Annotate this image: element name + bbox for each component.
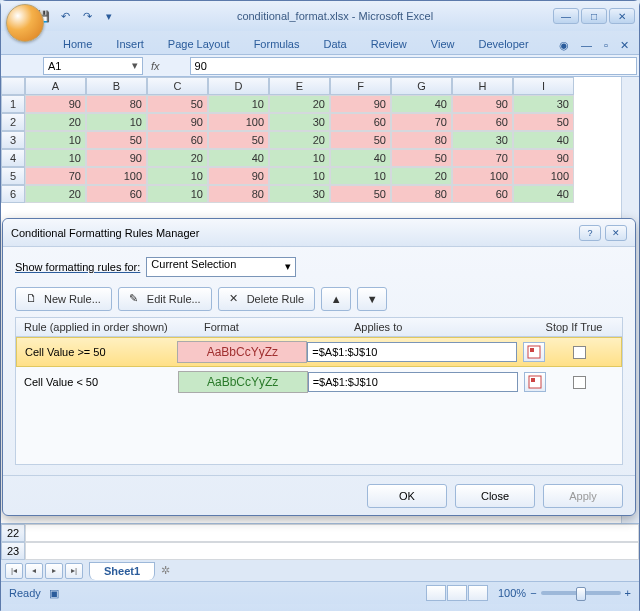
- cell[interactable]: 60: [147, 131, 208, 149]
- cell[interactable]: 20: [25, 113, 86, 131]
- cell[interactable]: 60: [452, 185, 513, 203]
- select-all-button[interactable]: [1, 77, 25, 95]
- tab-review[interactable]: Review: [359, 34, 419, 54]
- office-button[interactable]: [6, 4, 44, 42]
- stop-if-true-checkbox[interactable]: [573, 376, 586, 389]
- stop-if-true-checkbox[interactable]: [573, 346, 586, 359]
- cell[interactable]: 90: [147, 113, 208, 131]
- rule-row[interactable]: Cell Value >= 50 AaBbCcYyZz =$A$1:$J$10: [16, 337, 622, 367]
- sheet-tab[interactable]: Sheet1: [89, 562, 155, 580]
- cell[interactable]: 10: [25, 149, 86, 167]
- range-picker-button[interactable]: [523, 342, 545, 362]
- applies-to-input[interactable]: =$A$1:$J$10: [308, 372, 518, 392]
- row-header[interactable]: 23: [1, 542, 25, 560]
- cell[interactable]: 100: [452, 167, 513, 185]
- cell[interactable]: 50: [147, 95, 208, 113]
- cell[interactable]: 10: [269, 149, 330, 167]
- row-header[interactable]: 2: [1, 113, 25, 131]
- tab-formulas[interactable]: Formulas: [242, 34, 312, 54]
- tab-data[interactable]: Data: [311, 34, 358, 54]
- cell[interactable]: 50: [513, 113, 574, 131]
- cell[interactable]: 10: [25, 131, 86, 149]
- cell[interactable]: 10: [147, 167, 208, 185]
- zoom-in-button[interactable]: +: [625, 587, 631, 599]
- column-header[interactable]: E: [269, 77, 330, 95]
- row-header[interactable]: 4: [1, 149, 25, 167]
- cell[interactable]: 20: [25, 185, 86, 203]
- cell[interactable]: 80: [208, 185, 269, 203]
- range-picker-button[interactable]: [524, 372, 546, 392]
- tab-insert[interactable]: Insert: [104, 34, 156, 54]
- maximize-button[interactable]: □: [581, 8, 607, 24]
- close-button[interactable]: ✕: [609, 8, 635, 24]
- cell[interactable]: 70: [391, 113, 452, 131]
- formula-input[interactable]: 90: [190, 57, 637, 75]
- column-header[interactable]: A: [25, 77, 86, 95]
- last-sheet-button[interactable]: ▸|: [65, 563, 83, 579]
- dialog-close-button[interactable]: ✕: [605, 225, 627, 241]
- first-sheet-button[interactable]: |◂: [5, 563, 23, 579]
- new-rule-button[interactable]: 🗋New Rule...: [15, 287, 112, 311]
- cell[interactable]: 10: [147, 185, 208, 203]
- ok-button[interactable]: OK: [367, 484, 447, 508]
- move-up-button[interactable]: ▲: [321, 287, 351, 311]
- column-header[interactable]: I: [513, 77, 574, 95]
- qat-customize-icon[interactable]: ▾: [101, 8, 117, 24]
- row-header[interactable]: 3: [1, 131, 25, 149]
- cell[interactable]: 10: [208, 95, 269, 113]
- close-workbook-icon[interactable]: ✕: [616, 37, 633, 54]
- restore-workbook-icon[interactable]: ▫: [600, 37, 612, 54]
- column-header[interactable]: F: [330, 77, 391, 95]
- cell[interactable]: 60: [330, 113, 391, 131]
- cell[interactable]: 80: [391, 185, 452, 203]
- dialog-help-button[interactable]: ?: [579, 225, 601, 241]
- normal-view-button[interactable]: [426, 585, 446, 601]
- show-rules-dropdown[interactable]: Current Selection: [146, 257, 296, 277]
- cell[interactable]: 30: [269, 185, 330, 203]
- cell[interactable]: 40: [391, 95, 452, 113]
- zoom-level[interactable]: 100%: [498, 587, 526, 599]
- page-layout-view-button[interactable]: [447, 585, 467, 601]
- tab-view[interactable]: View: [419, 34, 467, 54]
- cell[interactable]: 90: [208, 167, 269, 185]
- cell[interactable]: 100: [513, 167, 574, 185]
- cell[interactable]: 20: [147, 149, 208, 167]
- column-header[interactable]: H: [452, 77, 513, 95]
- delete-rule-button[interactable]: ✕Delete Rule: [218, 287, 315, 311]
- tab-home[interactable]: Home: [51, 34, 104, 54]
- minimize-ribbon-icon[interactable]: —: [577, 37, 596, 54]
- cell[interactable]: 100: [86, 167, 147, 185]
- row-header[interactable]: 6: [1, 185, 25, 203]
- cell[interactable]: 80: [86, 95, 147, 113]
- cell[interactable]: 50: [330, 131, 391, 149]
- cell[interactable]: 50: [330, 185, 391, 203]
- cell[interactable]: 20: [269, 95, 330, 113]
- cell[interactable]: 60: [86, 185, 147, 203]
- cell[interactable]: 10: [269, 167, 330, 185]
- help-icon[interactable]: ◉: [555, 37, 573, 54]
- cell[interactable]: 50: [208, 131, 269, 149]
- cell[interactable]: 30: [513, 95, 574, 113]
- undo-icon[interactable]: ↶: [57, 8, 73, 24]
- tab-page-layout[interactable]: Page Layout: [156, 34, 242, 54]
- next-sheet-button[interactable]: ▸: [45, 563, 63, 579]
- edit-rule-button[interactable]: ✎Edit Rule...: [118, 287, 212, 311]
- cell[interactable]: 50: [391, 149, 452, 167]
- macro-record-icon[interactable]: ▣: [49, 587, 59, 600]
- column-header[interactable]: G: [391, 77, 452, 95]
- cell[interactable]: 100: [208, 113, 269, 131]
- move-down-button[interactable]: ▼: [357, 287, 387, 311]
- rule-row[interactable]: Cell Value < 50 AaBbCcYyZz =$A$1:$J$10: [16, 367, 622, 397]
- applies-to-input[interactable]: =$A$1:$J$10: [307, 342, 517, 362]
- tab-developer[interactable]: Developer: [466, 34, 540, 54]
- cell[interactable]: 30: [269, 113, 330, 131]
- zoom-out-button[interactable]: −: [530, 587, 536, 599]
- column-header[interactable]: B: [86, 77, 147, 95]
- cell[interactable]: 90: [86, 149, 147, 167]
- cell[interactable]: 90: [330, 95, 391, 113]
- column-header[interactable]: D: [208, 77, 269, 95]
- cell[interactable]: 70: [25, 167, 86, 185]
- page-break-view-button[interactable]: [468, 585, 488, 601]
- fx-icon[interactable]: fx: [151, 60, 160, 72]
- cell[interactable]: 90: [25, 95, 86, 113]
